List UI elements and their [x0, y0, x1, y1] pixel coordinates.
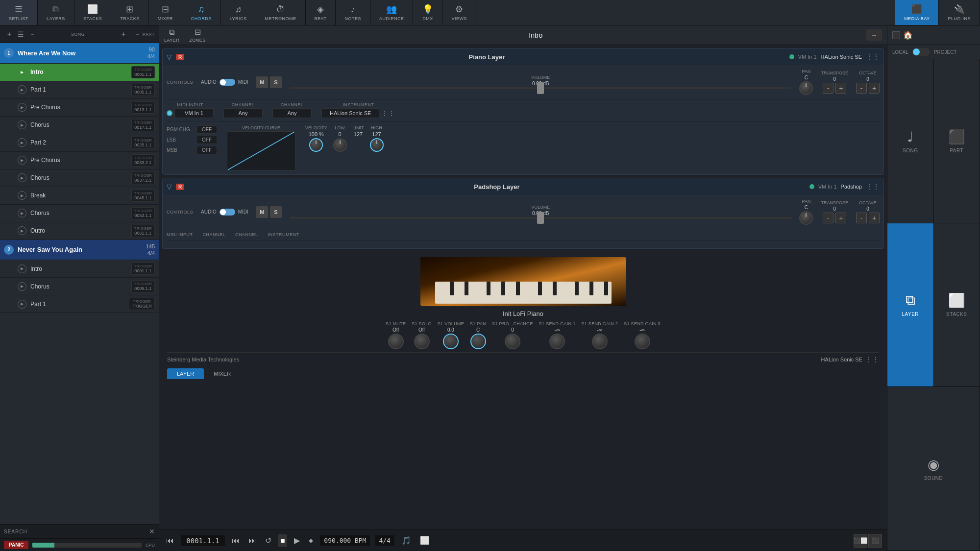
- rp-stacks[interactable]: ⬜ STACKS: [934, 223, 980, 387]
- song-item-2[interactable]: 2 Never Saw You Again 145 4/4: [0, 240, 159, 261]
- toolbar-zones-btn[interactable]: ⊟ ZONES: [189, 27, 206, 43]
- part-item-part2[interactable]: ▶ Part 2 TRIGGER 0025.1.1: [0, 134, 159, 152]
- piano-high-item: HIGH 127: [370, 125, 384, 152]
- nav-plug-ins[interactable]: 🔌 PLUG-INS: [939, 0, 980, 25]
- piano-audio-toggle[interactable]: [220, 79, 235, 86]
- part-item-chorus3[interactable]: ▶ Chorus TRIGGER 0053.1.1: [0, 205, 159, 222]
- inst-prochange-knob[interactable]: [505, 334, 520, 349]
- piano-transpose-minus[interactable]: -: [823, 83, 833, 94]
- inst-pan-knob[interactable]: [470, 334, 486, 349]
- transport-grid-button[interactable]: ⬜: [418, 534, 432, 547]
- piano-s-button[interactable]: S: [270, 76, 282, 88]
- piano-low-knob[interactable]: [333, 138, 347, 152]
- transport-rewind-button[interactable]: ⏮: [164, 534, 176, 547]
- part-item-prechorus1[interactable]: ▶ Pre Chorus TRIGGER 0013.1.1: [0, 99, 159, 117]
- padshop-midi-input-label: MIDI INPUT: [167, 232, 193, 237]
- padshop-audio-toggle[interactable]: [220, 209, 235, 216]
- piano-transpose-plus[interactable]: +: [835, 83, 846, 94]
- rp-layer[interactable]: ⧉ LAYER: [887, 223, 934, 387]
- inst-send1-knob[interactable]: [549, 334, 565, 349]
- padshop-transpose-minus[interactable]: -: [823, 213, 833, 223]
- layer-tab[interactable]: LAYER: [167, 368, 204, 379]
- nav-setlist[interactable]: ☰ SETLIST: [0, 0, 38, 25]
- grid-view-2[interactable]: ⬛: [868, 534, 882, 548]
- rp-home-icon[interactable]: 🏠: [903, 30, 913, 40]
- nav-lyrics[interactable]: ♬ LYRICS: [221, 0, 256, 25]
- inst-send2-knob[interactable]: [592, 334, 608, 349]
- transport-skip-back-button[interactable]: ⏮: [230, 534, 242, 547]
- padshop-octave-minus[interactable]: -: [856, 213, 867, 223]
- nav-metronome[interactable]: ⏱ METRONOME: [256, 0, 306, 25]
- nav-beat[interactable]: ◈ BEAT: [306, 0, 336, 25]
- piano-pgmchg-btn[interactable]: OFF: [196, 125, 217, 134]
- inst-mute-knob[interactable]: [388, 334, 404, 349]
- nav-layers[interactable]: ⧉ LAYERS: [38, 0, 74, 25]
- rp-song[interactable]: ♩ SONG: [887, 59, 934, 223]
- part-item-break[interactable]: ▶ Break TRIGGER 0045.1.1: [0, 187, 159, 205]
- nav-mixer[interactable]: ⊟ MIXER: [149, 0, 182, 25]
- transport-play-button[interactable]: ▶: [292, 534, 302, 547]
- padshop-menu-icon[interactable]: ⋮⋮: [866, 183, 880, 191]
- nav-tracks[interactable]: ⊞ TRACKS: [111, 0, 149, 25]
- nav-dmx[interactable]: 💡 DMX: [413, 0, 442, 25]
- piano-instrument-menu[interactable]: ⋮⋮: [381, 109, 395, 117]
- rp-sound[interactable]: ◉ SOUND: [887, 387, 980, 551]
- transport-settings-button[interactable]: 🎵: [399, 534, 413, 547]
- panic-button[interactable]: PANIC: [4, 541, 28, 549]
- piano-msb-btn[interactable]: OFF: [196, 146, 217, 154]
- rp-checkbox[interactable]: [892, 31, 900, 39]
- part-item-prechorus2[interactable]: ▶ Pre Chorus TRIGGER 0033.2.1: [0, 152, 159, 169]
- layer-toolbar-arrow[interactable]: →: [866, 29, 882, 41]
- part-item-s2-chorus[interactable]: ▶ Chorus TRIGGER 0005.1.1: [0, 278, 159, 295]
- transport-skip-fwd-button[interactable]: ⏭: [246, 534, 258, 547]
- part-item-s2-part1[interactable]: ▶ Part 1 TRIGGER TRIGGER: [0, 295, 159, 313]
- add-song-button[interactable]: ＋: [4, 29, 15, 40]
- piano-high-knob[interactable]: [370, 138, 384, 152]
- part-item-part1[interactable]: ▶ Part 1 TRIGGER 0005.1.1: [0, 81, 159, 99]
- part-item-chorus2[interactable]: ▶ Chorus TRIGGER 0037.2.1: [0, 169, 159, 187]
- nav-media-bay[interactable]: ⬛ MEDIA BAY: [895, 0, 939, 25]
- padshop-s-button[interactable]: S: [270, 206, 282, 218]
- remove-part-button[interactable]: －: [132, 29, 143, 40]
- part-item-chorus1[interactable]: ▶ Chorus TRIGGER 0017.1.1: [0, 117, 159, 134]
- part-item-s2-intro[interactable]: ▶ Intro TRIGGER 0001.1.1: [0, 260, 159, 278]
- padshop-octave-plus[interactable]: +: [869, 213, 880, 223]
- padshop-transpose-plus[interactable]: +: [835, 213, 846, 223]
- nav-audience[interactable]: 👥 AUDIENCE: [370, 0, 414, 25]
- part-name-outro: Outro: [30, 227, 127, 234]
- piano-pan-knob[interactable]: [799, 81, 813, 95]
- brand-label: Steinberg Media Technologies: [167, 357, 239, 362]
- grid-view-1[interactable]: ⬛⬜: [854, 534, 867, 548]
- part-item-intro[interactable]: ▶ Intro TRIGGER 0001.1.1: [0, 64, 159, 81]
- transport-record-button[interactable]: ●: [307, 534, 316, 547]
- mixer-tab[interactable]: MIXER: [204, 368, 241, 379]
- inst-solo-knob[interactable]: [414, 334, 430, 349]
- nav-chords[interactable]: ♫ CHORDS: [182, 0, 221, 25]
- remove-song-button[interactable]: －: [27, 29, 38, 40]
- part-item-outro[interactable]: ▶ Outro TRIGGER 0061.1.1: [0, 222, 159, 240]
- inst-volume-knob[interactable]: [443, 334, 459, 349]
- padshop-m-button[interactable]: M: [256, 206, 268, 218]
- piano-octave-plus[interactable]: +: [869, 83, 880, 94]
- piano-octave-minus[interactable]: -: [856, 83, 867, 94]
- song-item-1[interactable]: 1 Where Are We Now 90 4/4: [0, 43, 159, 64]
- inst-send3-knob[interactable]: [635, 334, 650, 349]
- padshop-volume-slider[interactable]: [537, 212, 544, 224]
- nav-notes[interactable]: ♪ NOTES: [336, 0, 370, 25]
- nav-stacks[interactable]: ⬜ STACKS: [74, 0, 111, 25]
- transport-loop-button[interactable]: ↺: [263, 534, 273, 547]
- piano-lsb-btn[interactable]: OFF: [196, 136, 217, 144]
- piano-m-button[interactable]: M: [256, 76, 268, 88]
- local-project-toggle[interactable]: [912, 48, 930, 56]
- piano-volume-slider[interactable]: [537, 82, 544, 94]
- rp-part[interactable]: ⬛ PART: [934, 59, 980, 223]
- piano-menu-icon[interactable]: ⋮⋮: [866, 53, 880, 61]
- add-part-button[interactable]: ＋: [118, 29, 129, 40]
- transport-stop-button[interactable]: ■: [278, 534, 287, 547]
- padshop-pan-knob[interactable]: [799, 211, 813, 225]
- toolbar-layer-btn[interactable]: ⧉ LAYER: [164, 28, 179, 43]
- search-close-button[interactable]: ✕: [149, 527, 155, 535]
- nav-views[interactable]: ⚙ VIEWS: [442, 0, 476, 25]
- piano-velocity-knob[interactable]: [309, 138, 323, 152]
- halion-menu-icon[interactable]: ⋮⋮: [865, 356, 879, 363]
